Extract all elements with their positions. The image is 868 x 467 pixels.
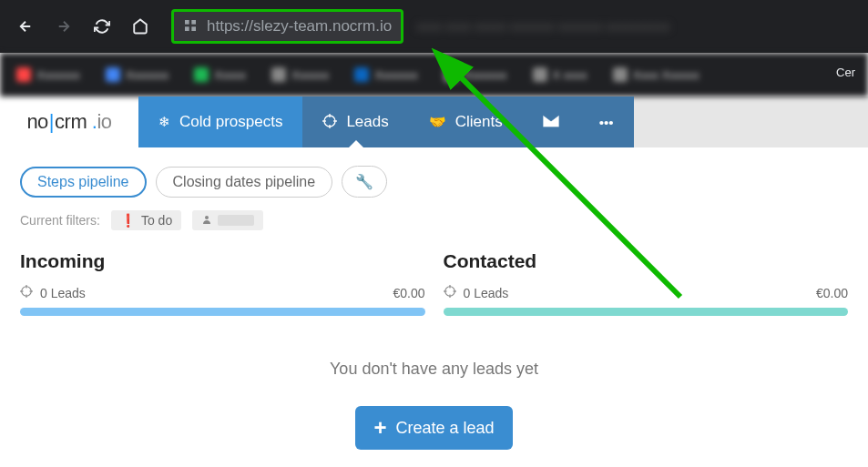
svg-point-9 <box>205 216 209 219</box>
filter-todo[interactable]: ❗ To do <box>111 210 181 230</box>
browser-blurred-area: xxxx xxxx xxxxx xxxxxxx xxxxxxx xxxxxxxx… <box>416 19 855 34</box>
filter-user-redacted <box>218 215 254 226</box>
svg-rect-0 <box>185 20 189 25</box>
target-icon <box>444 285 456 300</box>
empty-message: You don't have any leads yet <box>0 323 868 393</box>
reload-button[interactable] <box>89 14 115 39</box>
leads-amount: €0.00 <box>393 286 424 300</box>
column-title: Contacted <box>444 250 849 272</box>
handshake-icon: 🤝 <box>429 114 446 130</box>
nav-leads[interactable]: Leads <box>302 96 408 147</box>
app-logo[interactable]: no|crm .io <box>0 96 138 147</box>
envelope-icon <box>543 115 559 130</box>
svg-rect-3 <box>185 26 189 31</box>
home-button[interactable] <box>128 14 153 39</box>
target-icon <box>20 285 33 300</box>
bookmarks-bar: Xxxxxxx Xxxxxxx Xxxxx Xxxxxx Xxxxxxx Xxx… <box>0 53 868 96</box>
plus-icon: + <box>373 417 386 439</box>
snowflake-icon: ❄ <box>158 114 170 130</box>
leads-count: 0 Leads <box>464 286 509 300</box>
bookmark-visible[interactable]: Cer <box>836 66 855 79</box>
pill-steps-pipeline[interactable]: Steps pipeline <box>20 167 147 198</box>
column-incoming: Incoming 0 Leads €0.00 <box>20 250 425 316</box>
leads-count: 0 Leads <box>40 286 86 300</box>
svg-rect-2 <box>191 26 196 31</box>
site-settings-icon <box>183 18 198 36</box>
column-title: Incoming <box>20 250 425 272</box>
nav-cold-prospects[interactable]: ❄ Cold prospects <box>138 96 302 147</box>
pill-closing-dates-pipeline[interactable]: Closing dates pipeline <box>156 167 333 198</box>
wrench-icon: 🔧 <box>355 174 373 189</box>
filter-user[interactable] <box>192 210 263 230</box>
forward-button[interactable] <box>51 14 77 39</box>
user-icon <box>201 213 212 228</box>
pill-settings[interactable]: 🔧 <box>342 166 387 198</box>
filters-row: Current filters: ❗ To do <box>0 207 868 243</box>
filters-label: Current filters: <box>20 213 100 228</box>
nav-mail[interactable] <box>523 96 579 147</box>
pipeline-columns: Incoming 0 Leads €0.00 Contacted 0 Leads… <box>0 243 868 323</box>
progress-bar-contacted <box>444 308 849 316</box>
leads-amount: €0.00 <box>816 286 848 300</box>
pipeline-pills: Steps pipeline Closing dates pipeline 🔧 <box>0 147 868 207</box>
target-icon <box>322 114 337 131</box>
nav-more[interactable]: ••• <box>579 96 634 147</box>
url-text: https://slezy-team.nocrm.io <box>207 17 392 36</box>
app-nav: no|crm .io ❄ Cold prospects Leads 🤝 Clie… <box>0 96 868 147</box>
exclamation-icon: ❗ <box>120 213 136 228</box>
column-contacted: Contacted 0 Leads €0.00 <box>444 250 849 316</box>
create-lead-button[interactable]: + Create a lead <box>355 406 512 450</box>
svg-rect-1 <box>191 20 196 25</box>
back-button[interactable] <box>13 14 38 39</box>
more-icon: ••• <box>599 115 614 130</box>
browser-bar: https://slezy-team.nocrm.io xxxx xxxx xx… <box>0 0 868 53</box>
url-bar[interactable]: https://slezy-team.nocrm.io <box>171 9 403 44</box>
nav-clients[interactable]: 🤝 Clients <box>409 96 523 147</box>
progress-bar-incoming <box>20 308 425 316</box>
